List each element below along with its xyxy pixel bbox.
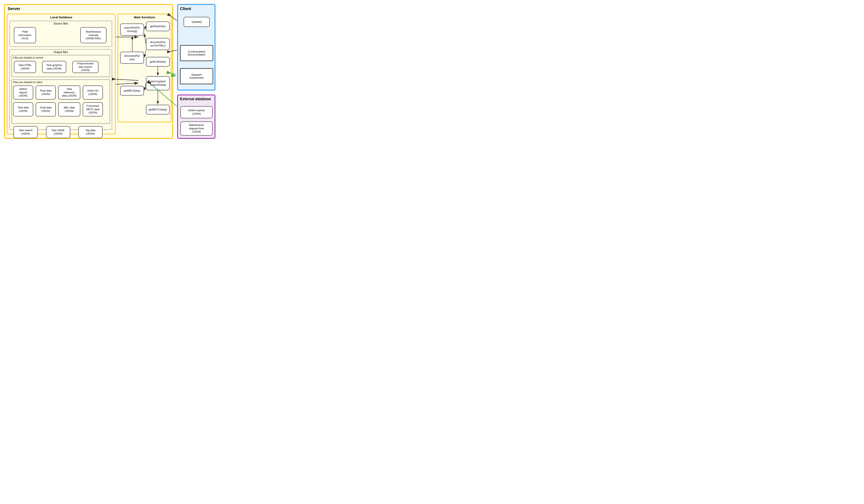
update-node: Update() (183, 17, 210, 27)
get-complaint-support-node: getComplaint SupportData() (146, 76, 170, 90)
server-box: Server Local Database Source files Fleet… (4, 4, 173, 139)
svg-line-3 (144, 34, 146, 44)
local-db-box: Local Database Source files Fleet inform… (7, 14, 116, 134)
main-functions-box: Main functions searchPrePro cessing() do… (118, 14, 171, 122)
client-title: Client (180, 7, 191, 11)
svg-line-2 (144, 26, 146, 29)
preprocessed-task-node: Preprocessed task search (JSON) (72, 61, 98, 73)
processed-metc-node: Processed METC data (JSON) (83, 102, 103, 116)
search-preprocessing-node: searchPrePro cessing() (120, 24, 144, 36)
preloaded-server-label: Files pre-loaded on server (13, 56, 44, 59)
server-title: Server (8, 7, 20, 11)
source-files-label: Source files (10, 22, 112, 25)
svg-line-7 (144, 83, 146, 91)
maintenance-manuals-node: Maintenance manuals (SGML/XML) (80, 27, 107, 43)
task-search-node: Task search (JSON) (13, 126, 38, 138)
preloaded-client-section: Files pre-loaded on client Defect report… (11, 79, 110, 124)
get-fleet-info-node: getFleetInfo() (146, 22, 170, 31)
action-list-node: Action list (JSON) (83, 85, 103, 100)
get-metc-data-node: getMETCData() (146, 105, 170, 114)
svg-line-4 (144, 50, 146, 58)
local-db-title: Local Database (8, 15, 115, 19)
fleet-info-node: Fleet information (XLS) (14, 27, 36, 43)
contextualised-doc-node: Contextualised Documentation (180, 45, 213, 61)
task-reference-node: Task reference data (JSON) (58, 85, 80, 100)
document-parser-node: documentPar ser() (120, 52, 144, 64)
task-sgml-node: Task SGML (JSON) (46, 126, 70, 138)
preloaded-server-section: Files pre-loaded on server Task HTML (JS… (11, 55, 110, 77)
fleet-data-node: Fleet data (JSON) (36, 85, 56, 100)
output-files-section: Output files Files pre-loaded on server … (10, 49, 112, 130)
architecture-diagram: Server Local Database Source files Fleet… (4, 4, 217, 141)
external-db-box: External database Defect reports (JSON) … (177, 95, 215, 139)
main-functions-title: Main functions (118, 15, 171, 19)
defect-reports-node: Defect reports (JSON) (13, 85, 33, 100)
output-files-label: Output files (10, 50, 112, 54)
ext-maintenance-node: Maintenance elapsed time (JSON) (180, 122, 213, 136)
maintenance-manuals-label: Maintenance manuals (SGML/XML) (86, 30, 101, 40)
preloaded-client-label: Files pre-loaded on client (13, 81, 42, 84)
ext-defect-reports-node: Defect reports (JSON) (180, 106, 213, 118)
get-mel-data-node: getMELData() (120, 86, 144, 96)
fleet-info-label: Fleet information (XLS) (19, 30, 32, 40)
document-parser-html-node: documentPar serToHTML() (146, 38, 170, 50)
external-db-title: External database (180, 97, 211, 101)
get-elb-data-node: getELBData() (146, 57, 170, 66)
fault-data-node: Fault data (JSON) (36, 102, 56, 116)
task-data-node: Task data (JSON) (13, 102, 33, 116)
task-graphics-node: Task graphics data (JSON) (42, 61, 66, 73)
task-html-node: Task HTML (JSON) (14, 61, 36, 73)
dispatch-assessment-node: Dispatch Assessment (180, 68, 213, 84)
client-box: Client Update() Contextualised Documenta… (177, 4, 215, 90)
mel-data-node: MEL data (JSON) (58, 102, 80, 116)
tag-data-node: Tag data (JSON) (78, 126, 103, 138)
source-files-section: Source files Fleet information (XLS) Mai… (10, 21, 112, 47)
